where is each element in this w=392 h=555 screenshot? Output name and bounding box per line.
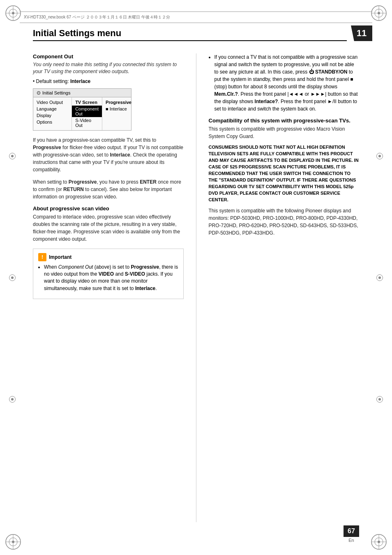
right-column: If you connect a TV that is not compatib… xyxy=(209,53,360,522)
submenu-svideo-out: S-Video Out xyxy=(72,117,102,129)
important-bullet-1: When Component Out (above) is set to Pro… xyxy=(44,264,178,292)
left-column: Component Out You only need to make this… xyxy=(33,53,184,522)
page-number: 67 xyxy=(348,527,355,535)
header-text: XV-HDT330_new.book 67 ページ ２００３年１月１６日 木曜日… xyxy=(24,14,170,20)
menu-item-language: Language xyxy=(33,106,71,112)
menu-item-video-output: Video Output xyxy=(33,99,71,106)
settings-icon: ⊙ xyxy=(37,90,41,96)
compatibility-body1: This system is compatible with progressi… xyxy=(209,125,360,140)
page-number-area: 67 En xyxy=(344,525,359,543)
registration-marks-left xyxy=(9,153,16,403)
important-label: Important xyxy=(49,254,71,260)
settings-submenu-right: Progressive ■ Interlace xyxy=(102,97,131,130)
settings-submenu-mid: TV Screen Component Out S-Video Out xyxy=(72,97,102,130)
header-bar: XV-HDT330_new.book 67 ページ ２００３年１月１６日 木曜日… xyxy=(20,12,372,23)
corner-decoration-bl xyxy=(3,532,23,552)
column-separator xyxy=(196,53,196,522)
chapter-tab: 11 xyxy=(351,25,372,41)
page-number-box: 67 xyxy=(344,525,359,537)
settings-box-content: Video Output Language Display Options TV… xyxy=(33,97,131,130)
important-list: When Component Out (above) is set to Pro… xyxy=(38,264,178,292)
important-icon: ! xyxy=(38,253,46,261)
main-content: Component Out You only need to make this… xyxy=(33,53,359,522)
caps-warning: CONSUMERS SHOULD NOTE THAT NOT ALL HIGH … xyxy=(209,144,360,203)
page-lang: En xyxy=(344,538,359,543)
menu-item-options: Options xyxy=(33,119,71,125)
compatibility-body2: This system is compatible with the follo… xyxy=(209,207,360,237)
submenu-progressive: Progressive xyxy=(102,99,131,106)
submenu-tv-screen: TV Screen xyxy=(72,99,102,106)
right-bullet-list: If you connect a TV that is not compatib… xyxy=(209,53,360,113)
default-setting-line: • Default setting: Interlace xyxy=(33,78,184,84)
corner-decoration-br xyxy=(369,532,389,552)
progressive-scan-section: About progressive scan video Compared to… xyxy=(33,205,184,243)
submenu-component-out: Component Out xyxy=(72,106,102,117)
right-bullet-1: If you connect a TV that is not compatib… xyxy=(214,53,360,113)
compatibility-section: Compatibility of this system with progre… xyxy=(209,117,360,237)
component-out-body1: If you have a progressive-scan compatibl… xyxy=(33,136,184,173)
settings-screenshot-box: ⊙ Initial Settings Video Output Language… xyxy=(33,88,131,131)
menu-item-display: Display xyxy=(33,112,71,119)
progressive-scan-body: Compared to interlace video, progressive… xyxy=(33,213,184,243)
important-header: ! Important xyxy=(38,253,178,261)
chapter-number: 11 xyxy=(357,28,367,39)
page-title: Initial Settings menu xyxy=(33,28,347,41)
progressive-scan-heading: About progressive scan video xyxy=(33,205,184,212)
compatibility-heading: Compatibility of this system with progre… xyxy=(209,117,360,124)
settings-menu-left: Video Output Language Display Options xyxy=(33,97,72,130)
registration-marks-right xyxy=(376,153,383,403)
important-box: ! Important When Component Out (above) i… xyxy=(33,249,184,299)
submenu-interlace: ■ Interlace xyxy=(102,106,131,112)
settings-box-title: ⊙ Initial Settings xyxy=(33,89,131,97)
component-out-body2: When setting to Progressive, you have to… xyxy=(33,178,184,200)
component-out-heading: Component Out xyxy=(33,53,184,60)
component-out-section: Component Out You only need to make this… xyxy=(33,53,184,200)
component-out-subtitle: You only need to make this setting if yo… xyxy=(33,61,184,75)
